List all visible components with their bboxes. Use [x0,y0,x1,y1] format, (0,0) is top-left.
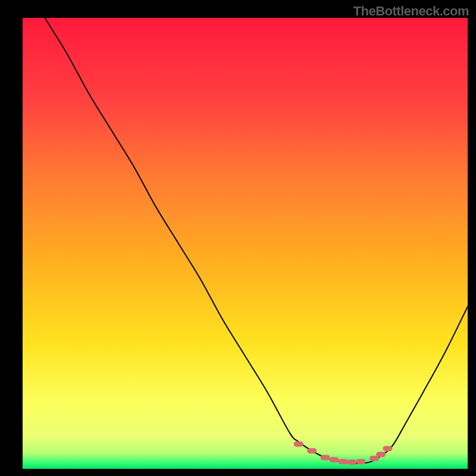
marker-dot [321,455,330,461]
chart-canvas: TheBottleneck.com [0,0,476,476]
marker-dot [383,446,392,451]
marker-dot [376,452,386,457]
watermark-text: TheBottleneck.com [353,4,469,19]
bottleneck-plot [0,0,476,476]
marker-dot [330,457,339,462]
gradient-background [23,18,468,469]
marker-dot [347,459,357,465]
marker-dot [294,441,303,447]
marker-dot [339,459,348,464]
marker-dot [307,448,317,453]
marker-dot [356,459,365,464]
